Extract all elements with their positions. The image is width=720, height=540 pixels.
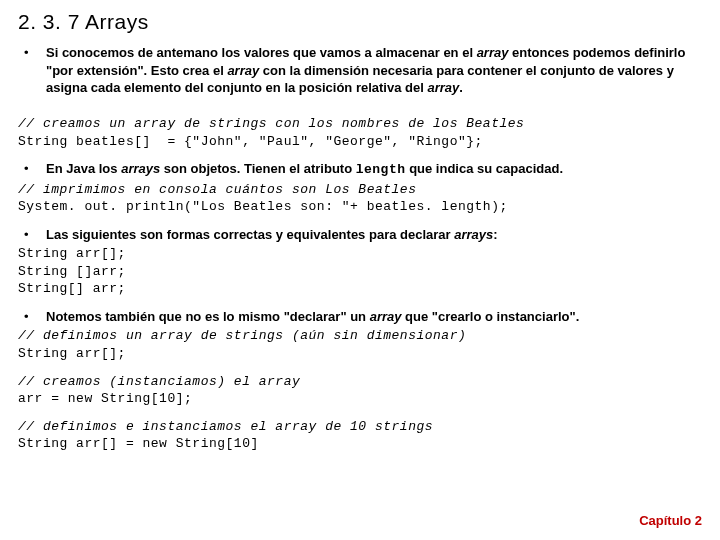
text: . <box>459 80 463 95</box>
code-line: String arr[]; <box>18 245 702 263</box>
code-line: String arr[]; <box>18 345 702 363</box>
code-line: String arr[] = new String[10] <box>18 435 702 453</box>
bullet-1: • Si conocemos de antemano los valores q… <box>18 44 702 97</box>
bullet-1-text: Si conocemos de antemano los valores que… <box>46 44 702 97</box>
code-line: System. out. println("Los Beatles son: "… <box>18 198 702 216</box>
code-line: String []arr; <box>18 263 702 281</box>
text: En Java los <box>46 161 121 176</box>
text-italic: array <box>477 45 509 60</box>
text: que "crearlo o instanciarlo". <box>402 309 580 324</box>
bullet-marker: • <box>18 44 46 97</box>
code-line: String beatles[] = {"John", "Paul", "Geo… <box>18 133 702 151</box>
text-italic: array <box>227 63 259 78</box>
text: Las siguientes son formas correctas y eq… <box>46 227 454 242</box>
text-italic: array <box>370 309 402 324</box>
bullet-3-text: Las siguientes son formas correctas y eq… <box>46 226 702 244</box>
code-comment-5: // creamos (instanciamos) el array <box>18 373 702 391</box>
bullet-3: • Las siguientes son formas correctas y … <box>18 226 702 244</box>
bullet-2: • En Java los arrays son objetos. Tienen… <box>18 160 702 179</box>
text-italic: arrays <box>454 227 493 242</box>
bullet-2-text: En Java los arrays son objetos. Tienen e… <box>46 160 702 179</box>
code-comment-2: // imprimimos en consola cuántos son Los… <box>18 181 702 199</box>
text-italic: array <box>427 80 459 95</box>
text: : <box>493 227 497 242</box>
code-comment-4: // definimos un array de strings (aún si… <box>18 327 702 345</box>
text: son objetos. Tienen el atributo <box>160 161 356 176</box>
code-comment-1: // creamos un array de strings con los n… <box>18 115 702 133</box>
bullet-marker: • <box>18 160 46 179</box>
bullet-marker: • <box>18 226 46 244</box>
code-comment-6: // definimos e instanciamos el array de … <box>18 418 702 436</box>
code-line: String[] arr; <box>18 280 702 298</box>
bullet-marker: • <box>18 308 46 326</box>
code-line: arr = new String[10]; <box>18 390 702 408</box>
text-italic: arrays <box>121 161 160 176</box>
text: Notemos también que no es lo mismo "decl… <box>46 309 370 324</box>
footer-chapter: Capítulo 2 <box>639 512 702 530</box>
bullet-4: • Notemos también que no es lo mismo "de… <box>18 308 702 326</box>
text: Si conocemos de antemano los valores que… <box>46 45 477 60</box>
code-inline: length <box>356 162 406 177</box>
section-title: 2. 3. 7 Arrays <box>18 8 702 36</box>
bullet-4-text: Notemos también que no es lo mismo "decl… <box>46 308 702 326</box>
text: que indica su capacidad. <box>406 161 564 176</box>
